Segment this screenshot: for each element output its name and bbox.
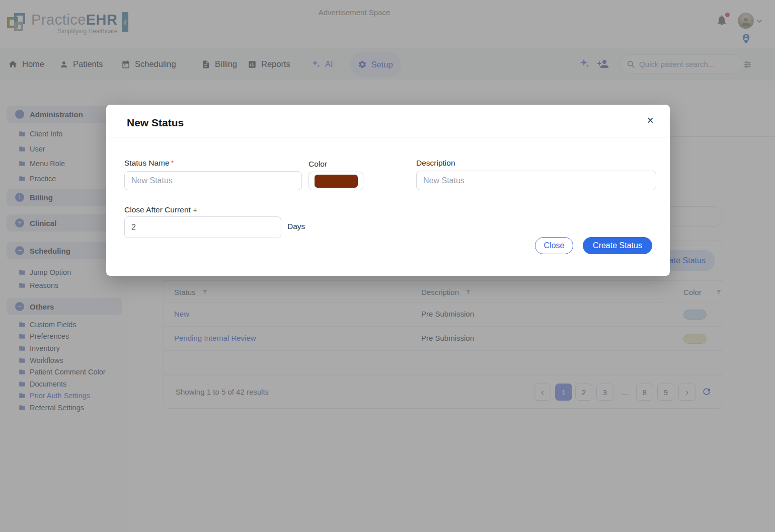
close-after-input[interactable] [124,216,281,238]
days-label: Days [287,222,305,231]
create-status-button[interactable]: Create Status [583,237,652,254]
new-status-modal: New Status × Status Name* Color Descript… [106,105,670,276]
status-name-input[interactable] [124,171,302,190]
required-marker: * [171,159,174,167]
close-after-label: Close After Current + [124,205,197,214]
practice-ehr-app: PracticeEHR Simplifying Healthcare Pro A… [0,0,775,532]
description-input[interactable] [416,171,656,190]
color-label: Color [308,160,327,169]
modal-divider [106,137,670,137]
close-icon[interactable]: × [647,115,654,126]
modal-title: New Status [127,117,184,129]
close-button[interactable]: Close [535,237,573,254]
description-label: Description [416,159,455,168]
status-name-label: Status Name [124,159,170,167]
color-swatch [315,175,358,188]
color-picker[interactable] [308,172,363,190]
